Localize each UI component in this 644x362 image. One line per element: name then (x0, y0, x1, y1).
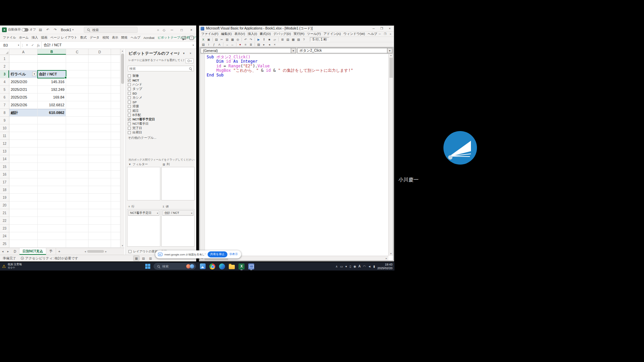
field-item-B手配[interactable]: B手配 (128, 113, 194, 117)
vba-menu-6[interactable]: デバッグ(D) (272, 32, 292, 36)
cell-A24[interactable] (9, 232, 38, 240)
cell-A1[interactable] (9, 55, 38, 63)
cell-D13[interactable] (89, 147, 111, 155)
cell-B11[interactable] (38, 132, 66, 140)
cell-A20[interactable] (9, 201, 38, 209)
cell-A23[interactable] (9, 225, 38, 232)
field-item-カシメ[interactable]: カシメ (128, 96, 194, 100)
code-line-4[interactable]: MsgBox "これから、" & id & " の集計をして別シートに出力します… (207, 68, 388, 73)
cell-C15[interactable] (66, 163, 89, 171)
toggle-bookmark-icon[interactable]: ▧ (256, 42, 261, 47)
cell-B2[interactable] (38, 63, 66, 70)
cell-D5[interactable] (89, 86, 111, 94)
vba-menu-9[interactable]: アドイン(A) (322, 32, 342, 36)
vba-close-button[interactable]: × (386, 26, 394, 32)
row-header-13[interactable]: 13 (0, 147, 9, 155)
cell-D7[interactable] (89, 101, 111, 109)
sheet-tab-D[interactable]: D (11, 248, 19, 255)
row-header-1[interactable]: 1 (0, 55, 9, 63)
checkbox-icon[interactable]: ✓ (128, 79, 131, 82)
cell-A13[interactable] (9, 147, 38, 155)
field-item-SP[interactable]: SP (128, 100, 194, 104)
minimize-button[interactable]: ─ (167, 25, 177, 34)
cell-D21[interactable] (89, 209, 111, 217)
sheet-nav-right-icon[interactable]: ▸ (5, 250, 11, 253)
uncomment-block-icon[interactable]: ≣ (248, 42, 254, 47)
quick-info-icon[interactable]: i (206, 42, 211, 47)
presence-icon[interactable]: ○ (155, 26, 161, 33)
cell-C24[interactable] (66, 232, 89, 240)
vba-menu-11[interactable]: ヘルプ(H) (366, 32, 377, 36)
design-mode-icon[interactable]: ▱ (272, 37, 277, 42)
cell-A8[interactable]: 総計 (9, 109, 38, 117)
checkbox-icon[interactable]: ✓ (128, 118, 131, 121)
code-line-5[interactable]: End Sub (207, 73, 388, 77)
cell-A19[interactable] (9, 194, 38, 201)
close-pane-icon[interactable]: × (188, 52, 193, 55)
row-header-24[interactable]: 24 (0, 232, 9, 240)
view-excel-icon[interactable]: X (201, 37, 206, 42)
cell-B12[interactable] (38, 140, 66, 147)
cancel-icon[interactable]: × (24, 43, 30, 47)
chrome-app-icon[interactable] (208, 262, 216, 270)
chevron-down-icon[interactable]: ▾ (181, 52, 186, 55)
cell-C22[interactable] (66, 217, 89, 225)
row-header-7[interactable]: 7 (0, 101, 9, 109)
maximize-button[interactable]: □ (177, 25, 186, 34)
row-header-22[interactable]: 22 (0, 217, 9, 225)
row-header-25[interactable]: 25 (0, 240, 9, 248)
cell-grid[interactable]: 行ラベル▾合計 / NCT2025/2/20145.3162025/2/2119… (9, 55, 120, 248)
ribbon-tab-8[interactable]: 校閲 (101, 36, 110, 40)
name-box-splitter[interactable]: ⋮ (21, 44, 24, 47)
cell-B25[interactable] (38, 240, 66, 248)
cell-B7[interactable]: 102.6812 (38, 101, 66, 109)
next-bookmark-icon[interactable]: ▸ (261, 42, 267, 47)
cell-D1[interactable] (89, 55, 111, 63)
vba-menu-5[interactable]: 書式(O) (258, 32, 272, 36)
cell-A16[interactable] (9, 171, 38, 178)
cell-B19[interactable] (38, 194, 66, 201)
paste-icon[interactable]: ▦ (230, 37, 235, 42)
code-editor[interactable]: Sub ボタン2_Click() Dim id As Integer id = … (207, 55, 388, 77)
cell-C11[interactable] (66, 132, 89, 140)
row-header-15[interactable]: 15 (0, 163, 9, 171)
display-icon[interactable]: ▭ (340, 265, 343, 268)
cell-B15[interactable] (38, 163, 66, 171)
cell-B21[interactable] (38, 209, 66, 217)
field-item-完了日[interactable]: 完了日 (128, 126, 194, 130)
cell-C14[interactable] (66, 155, 89, 163)
cell-C23[interactable] (66, 225, 89, 232)
rows-drop-area[interactable]: NCT着手予定日▾ (127, 209, 160, 247)
excel-search-input[interactable] (92, 28, 126, 32)
cell-B3[interactable]: 合計 / NCT (38, 70, 66, 78)
insert-userform-icon[interactable]: ▣ (206, 37, 211, 42)
toggle-breakpoint-icon[interactable]: ● (237, 42, 243, 47)
cell-B9[interactable] (38, 117, 66, 124)
cell-B14[interactable] (38, 155, 66, 163)
checkbox-icon[interactable] (128, 92, 131, 95)
cell-D12[interactable] (89, 140, 111, 147)
taskbar-clock[interactable]: 19:43 2025/02/20 (377, 263, 392, 270)
cell-A18[interactable] (9, 186, 38, 194)
expand-formula-bar-icon[interactable]: ▾ (190, 44, 196, 47)
cell-C18[interactable] (66, 186, 89, 194)
scroll-up-icon[interactable]: ▴ (122, 49, 123, 53)
excel-app-icon[interactable] (237, 262, 246, 270)
cell-B22[interactable] (38, 217, 66, 225)
cell-A4[interactable]: 2025/2/20 (9, 78, 38, 86)
row-header-14[interactable]: 14 (0, 155, 9, 163)
vba-menu-10[interactable]: ウィンドウ(W) (342, 32, 366, 36)
comment-block-icon[interactable]: ≡ (243, 42, 248, 47)
vba-menu-7[interactable]: 実行(R) (292, 32, 306, 36)
cell-C4[interactable] (66, 78, 89, 86)
object-dropdown[interactable]: (General)▼ (201, 48, 296, 53)
cell-A5[interactable]: 2025/2/21 (9, 86, 38, 94)
run-icon[interactable]: ▶ (256, 37, 261, 42)
checkbox-icon[interactable] (128, 122, 131, 125)
cell-D4[interactable] (89, 78, 111, 86)
cell-C1[interactable] (66, 55, 89, 63)
row-header-5[interactable]: 5 (0, 86, 9, 94)
cell-D2[interactable] (89, 63, 111, 70)
field-item-製番[interactable]: 製番 (128, 74, 194, 78)
cell-D9[interactable] (89, 117, 111, 124)
